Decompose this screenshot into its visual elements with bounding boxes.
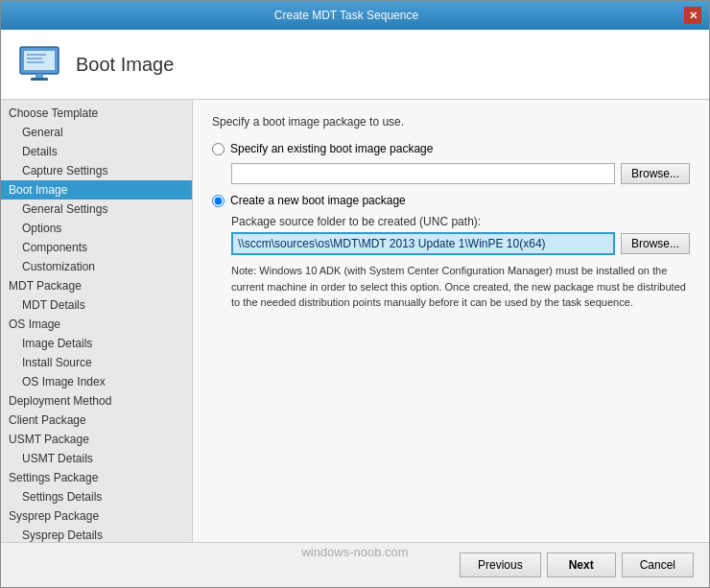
existing-input-row: Browse... bbox=[231, 163, 690, 184]
svg-rect-6 bbox=[27, 61, 44, 63]
radio-existing[interactable] bbox=[212, 143, 225, 155]
sidebar-item-mdt-details[interactable]: MDT Details bbox=[1, 295, 192, 315]
previous-button[interactable]: Previous bbox=[460, 553, 541, 577]
radio-create[interactable] bbox=[212, 195, 225, 207]
sidebar-item-capture-settings[interactable]: Capture Settings bbox=[1, 161, 192, 180]
sidebar-item-sysprep-details[interactable]: Sysprep Details bbox=[1, 526, 192, 542]
sidebar-item-details[interactable]: Details bbox=[1, 142, 192, 161]
sidebar-item-choose-template[interactable]: Choose Template bbox=[1, 104, 192, 123]
existing-path-input[interactable] bbox=[231, 163, 615, 184]
svg-rect-5 bbox=[27, 58, 42, 59]
boot-image-icon bbox=[16, 41, 62, 87]
sidebar-item-usmt-package[interactable]: USMT Package bbox=[1, 430, 192, 449]
window-title: Create MDT Task Sequence bbox=[9, 9, 684, 22]
radio-create-row: Create a new boot image package bbox=[212, 194, 690, 207]
sidebar-item-general[interactable]: General bbox=[1, 123, 192, 142]
header-area: Boot Image bbox=[1, 30, 709, 100]
page-title: Boot Image bbox=[76, 54, 174, 76]
svg-rect-3 bbox=[31, 78, 48, 81]
note-text: Note: Windows 10 ADK (with System Center… bbox=[231, 263, 690, 311]
sidebar: Choose Template General Details Capture … bbox=[1, 100, 193, 542]
sidebar-item-general-settings[interactable]: General Settings bbox=[1, 200, 192, 219]
create-input-row: Browse... bbox=[231, 232, 690, 255]
sidebar-item-image-details[interactable]: Image Details bbox=[1, 334, 192, 353]
sidebar-item-options[interactable]: Options bbox=[1, 219, 192, 238]
cancel-button[interactable]: Cancel bbox=[622, 553, 694, 577]
sidebar-item-usmt-details[interactable]: USMT Details bbox=[1, 449, 192, 468]
sidebar-item-os-image-index[interactable]: OS Image Index bbox=[1, 372, 192, 391]
sidebar-item-os-image[interactable]: OS Image bbox=[1, 315, 192, 334]
svg-rect-4 bbox=[27, 54, 46, 56]
sidebar-item-deployment-method[interactable]: Deployment Method bbox=[1, 391, 192, 411]
content-area: Choose Template General Details Capture … bbox=[1, 100, 709, 542]
sidebar-item-settings-details[interactable]: Settings Details bbox=[1, 487, 192, 506]
sidebar-item-settings-package[interactable]: Settings Package bbox=[1, 468, 192, 487]
radio-existing-label[interactable]: Specify an existing boot image package bbox=[230, 142, 433, 155]
sidebar-item-customization[interactable]: Customization bbox=[1, 257, 192, 276]
main-panel: Specify a boot image package to use. Spe… bbox=[193, 100, 709, 542]
browse-create-button[interactable]: Browse... bbox=[621, 233, 690, 254]
radio-create-label[interactable]: Create a new boot image package bbox=[230, 194, 406, 207]
browse-existing-button[interactable]: Browse... bbox=[621, 163, 690, 184]
main-window: Create MDT Task Sequence ✕ Boot Image Ch… bbox=[0, 0, 710, 588]
create-folder-label: Package source folder to be created (UNC… bbox=[231, 215, 690, 228]
title-bar: Create MDT Task Sequence ✕ bbox=[1, 1, 709, 30]
footer: Previous Next Cancel bbox=[1, 542, 709, 587]
create-path-input[interactable] bbox=[231, 232, 615, 255]
close-button[interactable]: ✕ bbox=[684, 7, 701, 24]
sidebar-item-components[interactable]: Components bbox=[1, 238, 192, 257]
section-description: Specify a boot image package to use. bbox=[212, 115, 690, 129]
sidebar-item-boot-image[interactable]: Boot Image bbox=[1, 180, 192, 200]
sidebar-item-client-package[interactable]: Client Package bbox=[1, 411, 192, 430]
sidebar-item-install-source[interactable]: Install Source bbox=[1, 353, 192, 372]
sidebar-item-mdt-package[interactable]: MDT Package bbox=[1, 276, 192, 295]
next-button[interactable]: Next bbox=[547, 553, 616, 577]
sidebar-item-sysprep-package[interactable]: Sysprep Package bbox=[1, 506, 192, 526]
radio-existing-row: Specify an existing boot image package bbox=[212, 142, 690, 155]
